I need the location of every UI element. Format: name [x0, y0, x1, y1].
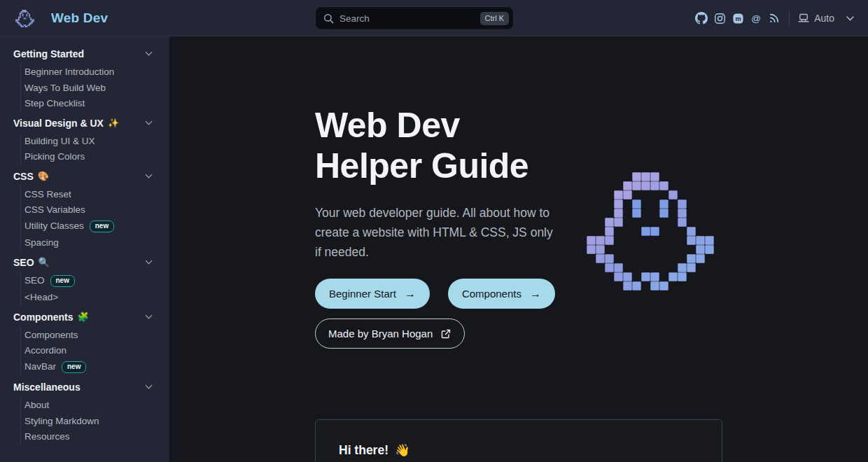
hero-buttons: Beginner Start → Components → — [315, 279, 555, 309]
section-title: Miscellaneous — [13, 382, 80, 393]
sidebar-section-getting-started: Getting Started Beginner Introduction Wa… — [13, 46, 169, 111]
puzzle-emoji: 🧩 — [78, 312, 89, 322]
sidebar-section-header-seo[interactable]: SEO 🔍 — [13, 255, 169, 270]
main-content: Web Dev Helper Guide Your web developer … — [169, 36, 868, 462]
section-title: SEO — [13, 257, 34, 268]
ghost-logo-icon — [15, 10, 34, 27]
sidebar-item-navbar[interactable]: NavBarnew — [21, 358, 169, 376]
button-label: Beginner Start — [329, 288, 396, 300]
search-placeholder: Search — [340, 13, 475, 24]
page-title: Web Dev Helper Guide — [315, 105, 528, 186]
top-navbar: Web Dev Search Ctrl K m @ — [0, 0, 868, 36]
chevron-down-icon — [146, 257, 153, 264]
brand-home-link[interactable]: Web Dev — [15, 0, 108, 36]
item-label: SEO — [24, 275, 45, 286]
sidebar-item-head[interactable]: <Head> — [21, 289, 169, 305]
sparkles-emoji: ✨ — [108, 118, 119, 128]
sidebar-item-styling-markdown[interactable]: Styling Markdown — [21, 413, 169, 429]
svg-text:@: @ — [751, 13, 761, 24]
external-link-icon — [440, 328, 451, 340]
chevron-down-icon — [146, 171, 153, 178]
rss-icon[interactable] — [765, 9, 783, 27]
section-title: Getting Started — [13, 48, 84, 59]
sidebar-item-spacing[interactable]: Spacing — [21, 234, 169, 251]
sidebar-item-utility-classes[interactable]: Utility Classesnew — [21, 218, 169, 235]
sidebar-section-header-visual-design-ux[interactable]: Visual Design & UX ✨ — [13, 115, 169, 131]
card-heading: Hi there! 👋 — [339, 443, 722, 458]
ghost-mascot-image — [587, 172, 714, 290]
section-title: CSS — [13, 171, 34, 182]
chevron-down-icon — [846, 16, 854, 21]
intro-card: Hi there! 👋 — [315, 419, 722, 462]
chevron-down-icon — [146, 382, 153, 389]
made-by-bryan-hogan-button[interactable]: Made by Bryan Hogan — [315, 318, 465, 349]
sidebar-section-seo: SEO 🔍 SEOnew <Head> — [13, 255, 169, 305]
arrow-right-icon: → — [530, 288, 541, 300]
sidebar-item-picking-colors[interactable]: Picking Colors — [21, 148, 169, 164]
chevron-down-icon — [146, 118, 153, 125]
maker-button-row: Made by Bryan Hogan — [315, 318, 465, 349]
sidebar-item-ways-to-build-web[interactable]: Ways To Build Web — [21, 80, 169, 96]
sidebar-section-visual-design-ux: Visual Design & UX ✨ Building UI & UX Pi… — [13, 115, 169, 164]
mastodon-icon[interactable]: m — [729, 9, 747, 27]
chevron-down-icon — [146, 49, 153, 56]
sidebar-section-header-getting-started[interactable]: Getting Started — [13, 46, 169, 62]
new-badge: new — [62, 361, 86, 373]
sidebar-item-building-ui-ux[interactable]: Building UI & UX — [21, 133, 169, 149]
search-icon — [323, 13, 334, 24]
sidebar-item-seo[interactable]: SEOnew — [21, 272, 169, 290]
sidebar-item-resources[interactable]: Resources — [21, 428, 169, 444]
arrow-right-icon: → — [405, 288, 416, 300]
github-icon[interactable] — [692, 9, 710, 27]
item-label: NavBar — [24, 361, 56, 372]
sidebar-section-miscellaneous: Miscellaneous About Styling Markdown Res… — [13, 379, 169, 444]
theme-label: Auto — [814, 13, 834, 24]
sidebar-item-css-variables[interactable]: CSS Variables — [21, 202, 169, 218]
wave-emoji: 👋 — [395, 443, 410, 458]
sidebar-section-css: CSS 🎨 CSS Reset CSS Variables Utility Cl… — [13, 169, 169, 251]
sidebar-item-step-checklist[interactable]: Step Checklist — [21, 95, 169, 111]
svg-text:m: m — [735, 15, 741, 22]
hero-subtitle: Your web developer guide. All about how … — [315, 203, 561, 262]
sidebar-section-header-components[interactable]: Components 🧩 — [13, 309, 169, 325]
brand-title: Web Dev — [51, 10, 108, 26]
sidebar-section-components: Components 🧩 Components Accordion NavBar… — [13, 309, 169, 376]
new-badge: new — [50, 275, 75, 287]
palette-emoji: 🎨 — [38, 171, 49, 181]
instagram-icon[interactable] — [710, 9, 729, 27]
new-badge: new — [90, 220, 114, 232]
sidebar-item-about[interactable]: About — [21, 397, 169, 413]
sidebar-section-header-css[interactable]: CSS 🎨 — [13, 169, 169, 184]
sidebar-nav: Getting Started Beginner Introduction Wa… — [0, 36, 169, 462]
threads-icon[interactable]: @ — [747, 9, 765, 27]
chevron-down-icon — [146, 312, 153, 318]
divider — [789, 10, 790, 26]
sidebar-section-header-miscellaneous[interactable]: Miscellaneous — [13, 379, 169, 395]
magnifier-emoji: 🔍 — [38, 257, 50, 267]
sidebar-item-beginner-introduction[interactable]: Beginner Introduction — [21, 64, 169, 80]
theme-selector[interactable]: Auto — [797, 10, 855, 27]
sidebar-item-css-reset[interactable]: CSS Reset — [21, 186, 169, 202]
item-label: Utility Classes — [24, 220, 84, 231]
navbar-actions: m @ Auto — [692, 0, 855, 36]
sidebar-item-accordion[interactable]: Accordion — [21, 342, 169, 358]
section-title: Components — [13, 312, 74, 323]
beginner-start-button[interactable]: Beginner Start → — [315, 279, 430, 309]
title-line-1: Web Dev — [315, 105, 528, 146]
button-label: Made by Bryan Hogan — [328, 328, 433, 340]
search-shortcut-badge: Ctrl K — [480, 12, 510, 25]
search-input[interactable]: Search Ctrl K — [315, 6, 514, 30]
button-label: Components — [462, 288, 522, 300]
card-heading-text: Hi there! — [339, 443, 388, 458]
title-line-2: Helper Guide — [315, 146, 528, 186]
sidebar-item-components[interactable]: Components — [21, 327, 169, 343]
components-button[interactable]: Components → — [448, 279, 555, 309]
section-title: Visual Design & UX — [13, 118, 104, 129]
display-icon — [798, 13, 809, 23]
